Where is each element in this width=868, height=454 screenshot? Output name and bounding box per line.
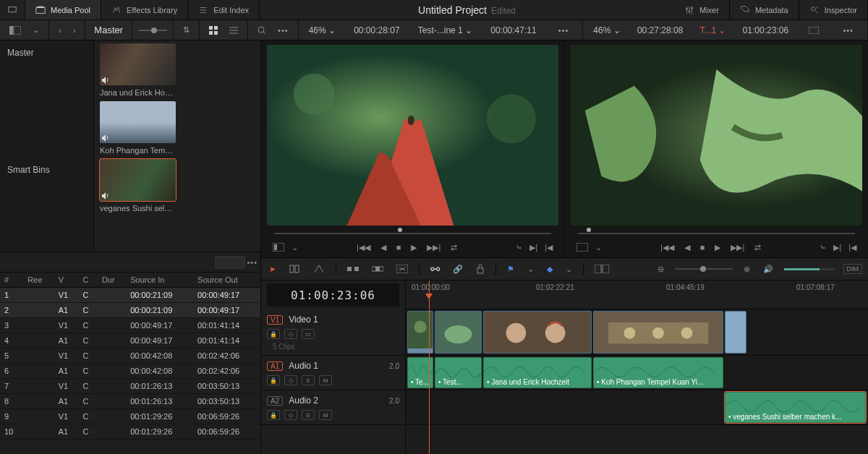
nav-forward-icon[interactable]: ›: [69, 24, 80, 37]
grid-view-icon[interactable]: [205, 24, 221, 37]
tab-inspector[interactable]: Inspector: [799, 0, 868, 20]
audio-clip[interactable]: • Jana und Erick Hochzeit: [483, 357, 592, 388]
table-row[interactable]: 4A1C00:00:49:1700:01:41:14: [0, 333, 260, 348]
tab-metadata[interactable]: Metadata: [730, 0, 799, 20]
video-clip[interactable]: [593, 311, 723, 354]
audio-track-2[interactable]: • veganes Sushi selber machen k...: [406, 390, 868, 425]
col-v[interactable]: V: [54, 273, 79, 288]
zoom-slider[interactable]: [675, 268, 733, 270]
playhead[interactable]: [429, 280, 430, 454]
options-icon[interactable]: •••: [274, 24, 292, 37]
source-options-icon[interactable]: •••: [555, 24, 573, 37]
timeline-tracks[interactable]: 01:00:00:00 01:02:22:21 01:04:45:19 01:0…: [406, 280, 868, 454]
bin-master[interactable]: Master: [0, 45, 93, 61]
track-tag-a1[interactable]: A1: [267, 361, 283, 371]
match-frame-icon[interactable]: [271, 241, 286, 253]
table-row[interactable]: 3V1C00:00:49:1700:01:41:14: [0, 318, 260, 333]
volume-icon[interactable]: 🔊: [761, 262, 775, 276]
timeline-timecode[interactable]: 01:00:23:06: [267, 283, 399, 307]
stop-icon[interactable]: ■: [395, 241, 403, 253]
bin-path[interactable]: Master: [85, 20, 132, 40]
col-in[interactable]: Source In: [126, 273, 193, 288]
mute-button[interactable]: M: [319, 410, 332, 420]
chevron-down-icon[interactable]: ⌄: [563, 262, 574, 276]
track-tag-v1[interactable]: V1: [267, 315, 283, 325]
play-icon[interactable]: ▶: [409, 241, 418, 254]
selection-tool-icon[interactable]: ➤: [267, 262, 278, 276]
timeline-zoom[interactable]: 46% ⌄: [593, 25, 620, 35]
video-clip[interactable]: [725, 311, 746, 354]
chevron-down-icon[interactable]: ⌄: [290, 241, 299, 254]
overlay-icon[interactable]: [575, 241, 590, 253]
timeline-view-icon[interactable]: [592, 262, 611, 275]
timeline-options-icon[interactable]: •••: [839, 24, 857, 37]
last-frame-icon[interactable]: ▶▶|: [729, 241, 746, 254]
audio-clip[interactable]: • Test...: [435, 357, 482, 388]
play-reverse-icon[interactable]: ◀: [683, 241, 692, 254]
auto-select-icon[interactable]: ◇: [284, 410, 297, 420]
col-num[interactable]: #: [0, 273, 23, 288]
auto-select-icon[interactable]: ◇: [284, 329, 297, 339]
audio-track-1[interactable]: • Te... • Test... • Jana und Erick Hochz…: [406, 356, 868, 390]
play-reverse-icon[interactable]: ◀: [379, 241, 388, 254]
clip-thumbnail[interactable]: veganes Sushi selber...: [100, 159, 255, 213]
sort-icon[interactable]: ⇅: [179, 23, 193, 37]
aspect-icon[interactable]: [805, 25, 822, 36]
col-ree[interactable]: Ree: [23, 273, 54, 288]
loop-icon[interactable]: ⇄: [753, 241, 762, 254]
in-point-icon[interactable]: ⤷: [514, 241, 524, 254]
trim-tool-icon[interactable]: [286, 262, 302, 276]
layout-toggle-icon[interactable]: [6, 24, 25, 37]
snap-icon[interactable]: ⚯: [428, 260, 442, 278]
stop-icon[interactable]: ■: [699, 241, 707, 253]
video-track-1[interactable]: [406, 309, 868, 356]
link-icon[interactable]: 🔗: [451, 262, 465, 276]
first-frame-icon[interactable]: |◀◀: [355, 241, 372, 254]
zoom-in-icon[interactable]: ⊕: [741, 262, 752, 276]
solo-button[interactable]: S: [302, 410, 315, 420]
clip-thumbnail[interactable]: Koh Phangan Tempel...: [100, 101, 255, 155]
tab-edit-index[interactable]: Edit Index: [188, 0, 260, 20]
dim-button[interactable]: DIM: [843, 264, 863, 274]
col-c[interactable]: C: [78, 273, 97, 288]
audio-clip[interactable]: • Koh Phangan Tempel Kuan Yi...: [593, 357, 723, 388]
play-icon[interactable]: ▶: [713, 241, 722, 254]
last-frame-icon[interactable]: ▶▶|: [425, 241, 442, 254]
volume-slider[interactable]: [784, 268, 835, 270]
bin-smart-bins[interactable]: Smart Bins: [0, 162, 93, 178]
table-row[interactable]: 5V1C00:00:42:0800:02:42:06: [0, 348, 260, 364]
auto-select-icon[interactable]: ◇: [284, 375, 297, 385]
mute-button[interactable]: M: [319, 375, 332, 385]
nav-back-icon[interactable]: ‹: [55, 24, 65, 37]
video-clip[interactable]: [435, 311, 482, 354]
tab-media-pool[interactable]: Media Pool: [25, 0, 101, 20]
source-clip-name[interactable]: Test-...ine 1 ⌄: [418, 25, 472, 35]
lock-track-icon[interactable]: 🔒: [267, 329, 280, 339]
tab-effects-library[interactable]: Effects Library: [101, 0, 188, 20]
table-row[interactable]: 7V1C00:01:26:1300:03:50:13: [0, 379, 260, 394]
in-point-icon[interactable]: ⤷: [818, 241, 827, 254]
replace-icon[interactable]: [394, 262, 410, 275]
solo-button[interactable]: S: [302, 375, 315, 385]
timeline-name[interactable]: T...1 ⌄: [699, 25, 726, 35]
col-dur[interactable]: Dur: [98, 273, 126, 288]
blade-tool-icon[interactable]: [311, 262, 327, 276]
table-row[interactable]: 6A1C00:00:42:0800:02:42:06: [0, 364, 260, 379]
index-search-icon[interactable]: [215, 256, 245, 269]
table-row[interactable]: 1V1C00:00:21:0900:00:49:17: [0, 288, 260, 303]
list-view-icon[interactable]: [226, 24, 242, 37]
flag-icon[interactable]: ⚑: [505, 262, 516, 276]
zoom-out-icon[interactable]: ⊖: [655, 262, 666, 276]
thumb-size-slider[interactable]: [138, 30, 167, 31]
overwrite-icon[interactable]: [370, 262, 386, 275]
next-icon[interactable]: ▶|: [528, 241, 539, 254]
table-row[interactable]: 2A1C00:00:21:0900:00:49:17: [0, 303, 260, 318]
insert-icon[interactable]: [345, 262, 361, 275]
table-row[interactable]: 10A1C00:01:29:2600:06:59:26: [0, 424, 260, 440]
video-clip[interactable]: [483, 311, 592, 354]
prev-icon[interactable]: |◀: [847, 241, 858, 254]
source-video[interactable]: [267, 45, 558, 226]
next-icon[interactable]: ▶|: [832, 241, 843, 254]
lock-track-icon[interactable]: 🔒: [267, 410, 280, 420]
search-icon[interactable]: [254, 24, 270, 37]
